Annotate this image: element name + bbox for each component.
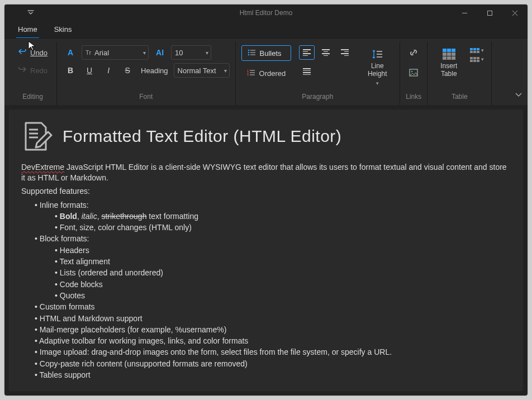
line-height-icon	[372, 49, 383, 60]
font-size-combo[interactable]: 10 ▾	[171, 45, 211, 60]
ordered-list-icon: 123	[247, 69, 256, 78]
group-table-label: Table	[433, 89, 486, 103]
heading-style-value: Normal Text	[178, 66, 221, 75]
titlebar: Html Editor Demo	[4, 4, 528, 21]
list-item: Adaptive toolbar for working images, lin…	[35, 335, 511, 346]
close-button[interactable]	[502, 4, 528, 21]
list-item: Image upload: drag-and-drop images onto …	[35, 346, 511, 358]
list-item: Copy-paste rich content (unsupported for…	[35, 358, 511, 369]
list-item: Lists (ordered and unordered)	[55, 267, 511, 278]
line-height-label: Line Height	[368, 62, 387, 78]
svg-point-4	[248, 51, 249, 53]
list-item: Quotes	[55, 290, 511, 301]
list-item: Code blocks	[55, 279, 511, 290]
tab-skins[interactable]: Skins	[51, 22, 75, 38]
group-font: A Tr Arial ▾ AI 10 ▾ B U I S	[57, 42, 235, 105]
window-title: Html Editor Demo	[4, 9, 528, 17]
chevron-down-icon: ▾	[376, 80, 379, 86]
group-editing-label: Editing	[15, 89, 51, 103]
font-color-button[interactable]: A	[63, 45, 78, 60]
redo-label: Redo	[30, 66, 48, 75]
table-options-1-button[interactable]: ▾	[470, 47, 486, 53]
list-item: Block formats: Headers Text alignment Li…	[35, 233, 511, 301]
list-item: Headers	[55, 245, 511, 256]
redo-button: Redo	[15, 63, 51, 78]
list-item: Bold, italic, strikethrough text formatt…	[55, 211, 511, 222]
qat-customize-button[interactable]	[25, 7, 37, 19]
underline-button[interactable]: U	[82, 63, 97, 78]
group-font-label: Font	[63, 89, 229, 103]
group-paragraph: Bullets 123 Ordered	[236, 42, 401, 105]
ordered-button[interactable]: 123 Ordered	[241, 65, 292, 81]
svg-point-6	[248, 54, 249, 55]
list-item: Mail-merge placeholders (for example, %u…	[35, 324, 511, 335]
svg-text:3: 3	[247, 73, 249, 76]
list-item: Text alignment	[55, 256, 511, 267]
editor-content[interactable]: Formatted Text Editor (HTML Editor) DevE…	[9, 109, 523, 391]
app-window: Html Editor Demo Home Skins	[4, 4, 528, 396]
group-links-label: Links	[406, 89, 421, 103]
line-height-button[interactable]: Line Height ▾	[360, 45, 394, 89]
minimize-button[interactable]	[452, 4, 477, 21]
group-paragraph-label: Paragraph	[241, 89, 395, 103]
font-size-value: 10	[175, 49, 202, 57]
table-icon	[443, 49, 454, 60]
chevron-down-icon: ▾	[143, 50, 146, 56]
ribbon: Undo Redo Editing A Tr Arial	[4, 38, 528, 105]
image-button[interactable]	[406, 65, 421, 80]
ordered-label: Ordered	[259, 69, 286, 78]
heading-label: Heading	[139, 66, 170, 75]
supported-label: Supported features:	[21, 186, 511, 197]
align-center-button[interactable]	[318, 45, 334, 60]
insert-table-label: Insert Table	[440, 62, 457, 78]
group-editing: Undo Redo Editing	[9, 42, 57, 105]
ribbon-tabs: Home Skins	[4, 21, 528, 38]
bold-button[interactable]: B	[63, 63, 78, 78]
tab-home[interactable]: Home	[15, 22, 41, 38]
group-table: Insert Table ▾	[428, 42, 492, 105]
document-edit-icon	[21, 121, 53, 152]
chevron-down-icon: ▾	[206, 50, 208, 56]
group-links: Links	[400, 42, 428, 105]
align-left-button[interactable]	[299, 45, 315, 60]
italic-button[interactable]: I	[101, 63, 116, 78]
font-name-combo[interactable]: Tr Arial ▾	[82, 45, 149, 60]
insert-table-button[interactable]: Insert Table	[433, 45, 464, 89]
redo-icon	[18, 66, 27, 75]
hyperlink-button[interactable]	[406, 45, 421, 60]
table-options-2-button[interactable]: ▾	[470, 56, 486, 62]
undo-button[interactable]: Undo	[15, 45, 51, 60]
align-right-button[interactable]	[337, 45, 353, 60]
spellcheck-error: DevExtreme	[21, 163, 64, 172]
undo-icon	[18, 48, 27, 57]
list-item: HTML and Markdown support	[35, 313, 511, 324]
ribbon-collapse-button[interactable]	[515, 89, 522, 99]
list-item: Inline formats: Bold, italic, strikethro…	[35, 199, 511, 234]
maximize-button[interactable]	[477, 4, 502, 21]
list-item: Font, size, color changes (HTML only)	[55, 222, 511, 233]
svg-point-2	[248, 49, 249, 51]
bullet-list-icon	[248, 49, 256, 58]
strikethrough-button[interactable]: S	[120, 63, 135, 78]
document-title: Formatted Text Editor (HTML Editor)	[63, 127, 341, 146]
svg-point-18	[411, 71, 413, 73]
chevron-down-icon: ▾	[224, 68, 227, 74]
list-item: Tables support	[35, 369, 511, 380]
undo-label: Undo	[30, 49, 48, 57]
intro-paragraph: DevExtreme JavaScript HTML Editor is a c…	[21, 162, 511, 184]
font-name-value: Arial	[94, 49, 140, 57]
bullets-label: Bullets	[260, 49, 282, 58]
heading-style-combo[interactable]: Normal Text ▾	[174, 63, 230, 78]
feature-list: Inline formats: Bold, italic, strikethro…	[21, 199, 511, 381]
align-justify-button[interactable]	[299, 64, 315, 79]
bullets-button[interactable]: Bullets	[241, 45, 292, 61]
svg-rect-1	[488, 11, 492, 15]
font-char-icon: Tr	[86, 49, 91, 56]
font-size-prefix-icon: AI	[152, 45, 168, 60]
list-item: Custom formats	[35, 301, 511, 312]
